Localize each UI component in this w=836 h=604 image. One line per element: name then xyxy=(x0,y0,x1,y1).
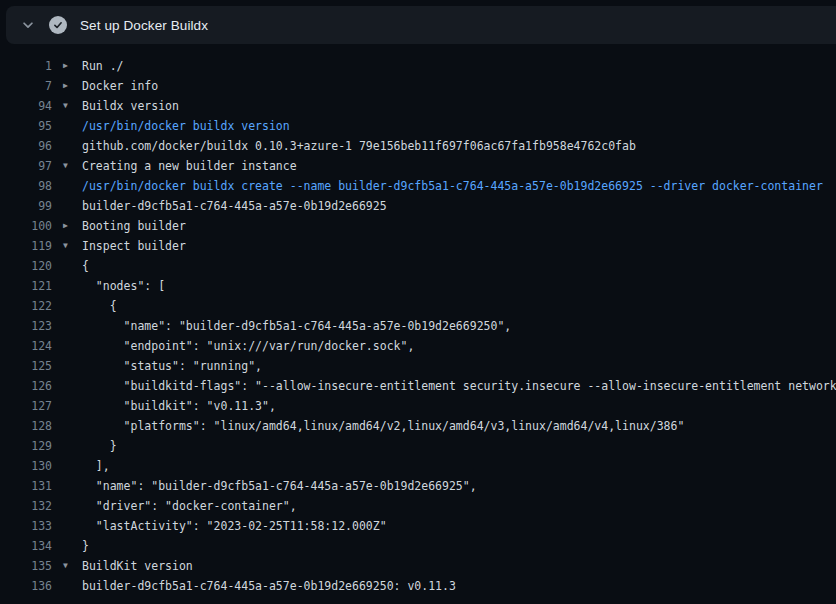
log-output-text: "driver": "docker-container", xyxy=(82,496,297,516)
check-circle-icon xyxy=(49,16,67,34)
line-number[interactable]: 123 xyxy=(0,316,52,336)
log-output-text: { xyxy=(82,256,89,276)
log-group-97[interactable]: 97▼Creating a new builder instance xyxy=(0,156,836,176)
log-output-text: ], xyxy=(82,456,110,476)
line-number[interactable]: 133 xyxy=(0,516,52,536)
line-number[interactable]: 1 xyxy=(0,56,52,76)
triangle-right-icon: ▶ xyxy=(63,56,77,76)
log-line-99: 99builder-d9cfb5a1-c764-445a-a57e-0b19d2… xyxy=(0,196,836,216)
log-line-120: 120{ xyxy=(0,256,836,276)
log-group-1[interactable]: 1▶Run ./ xyxy=(0,56,836,76)
log-line-98: 98/usr/bin/docker buildx create --name b… xyxy=(0,176,836,196)
line-number[interactable]: 128 xyxy=(0,416,52,436)
log-line-124: 124 "endpoint": "unix:///var/run/docker.… xyxy=(0,336,836,356)
triangle-down-icon: ▼ xyxy=(63,236,77,256)
log-output-text: "lastActivity": "2023-02-25T11:58:12.000… xyxy=(82,516,387,536)
log-output-text: "platforms": "linux/amd64,linux/amd64/v2… xyxy=(82,416,684,436)
log-output-text: "nodes": [ xyxy=(82,276,165,296)
log-group-135[interactable]: 135▼BuildKit version xyxy=(0,556,836,576)
line-number[interactable]: 97 xyxy=(0,156,52,176)
line-number[interactable]: 125 xyxy=(0,356,52,376)
log-output-text: builder-d9cfb5a1-c764-445a-a57e-0b19d2e6… xyxy=(82,196,387,216)
log-group-title: Inspect builder xyxy=(82,236,186,256)
log-command-text: /usr/bin/docker buildx version xyxy=(82,116,290,136)
line-number[interactable]: 98 xyxy=(0,176,52,196)
line-number[interactable]: 127 xyxy=(0,396,52,416)
line-number[interactable]: 7 xyxy=(0,76,52,96)
line-number[interactable]: 119 xyxy=(0,236,52,256)
line-number[interactable]: 94 xyxy=(0,96,52,116)
line-number[interactable]: 134 xyxy=(0,536,52,556)
log-line-125: 125 "status": "running", xyxy=(0,356,836,376)
log-group-title: Creating a new builder instance xyxy=(82,156,297,176)
triangle-down-icon: ▼ xyxy=(63,96,77,116)
log-output-text: } xyxy=(82,436,117,456)
triangle-right-icon: ▶ xyxy=(63,216,77,236)
log-line-131: 131 "name": "builder-d9cfb5a1-c764-445a-… xyxy=(0,476,836,496)
log-line-128: 128 "platforms": "linux/amd64,linux/amd6… xyxy=(0,416,836,436)
log-group-title: Buildx version xyxy=(82,96,179,116)
log-group-title: Docker info xyxy=(82,76,158,96)
line-number[interactable]: 131 xyxy=(0,476,52,496)
log-output-text: "endpoint": "unix:///var/run/docker.sock… xyxy=(82,336,414,356)
log-output-text: "status": "running", xyxy=(82,356,262,376)
log-line-126: 126 "buildkitd-flags": "--allow-insecure… xyxy=(0,376,836,396)
log-line-132: 132 "driver": "docker-container", xyxy=(0,496,836,516)
log-line-134: 134} xyxy=(0,536,836,556)
log-line-136: 136builder-d9cfb5a1-c764-445a-a57e-0b19d… xyxy=(0,576,836,596)
log-line-96: 96github.com/docker/buildx 0.10.3+azure-… xyxy=(0,136,836,156)
log-line-130: 130 ], xyxy=(0,456,836,476)
log-output-text: "buildkit": "v0.11.3", xyxy=(82,396,276,416)
log-line-121: 121 "nodes": [ xyxy=(0,276,836,296)
log-output-text: "buildkitd-flags": "--allow-insecure-ent… xyxy=(82,376,836,396)
log-output-text: "name": "builder-d9cfb5a1-c764-445a-a57e… xyxy=(82,476,477,496)
line-number[interactable]: 100 xyxy=(0,216,52,236)
log-group-119[interactable]: 119▼Inspect builder xyxy=(0,236,836,256)
line-number[interactable]: 99 xyxy=(0,196,52,216)
step-header[interactable]: Set up Docker Buildx xyxy=(6,6,836,44)
chevron-down-icon[interactable] xyxy=(20,17,36,33)
line-number[interactable]: 126 xyxy=(0,376,52,396)
log-group-title: Run ./ xyxy=(82,56,124,76)
log-command-text: /usr/bin/docker buildx create --name bui… xyxy=(82,176,823,196)
line-number[interactable]: 135 xyxy=(0,556,52,576)
log-group-100[interactable]: 100▶Booting builder xyxy=(0,216,836,236)
line-number[interactable]: 132 xyxy=(0,496,52,516)
log-output-text: builder-d9cfb5a1-c764-445a-a57e-0b19d2e6… xyxy=(82,576,456,596)
log-lines: 1▶Run ./7▶Docker info94▼Buildx version95… xyxy=(0,44,836,596)
log-group-94[interactable]: 94▼Buildx version xyxy=(0,96,836,116)
line-number[interactable]: 96 xyxy=(0,136,52,156)
line-number[interactable]: 130 xyxy=(0,456,52,476)
triangle-right-icon: ▶ xyxy=(63,76,77,96)
log-output-text: "name": "builder-d9cfb5a1-c764-445a-a57e… xyxy=(82,316,511,336)
line-number[interactable]: 129 xyxy=(0,436,52,456)
log-line-133: 133 "lastActivity": "2023-02-25T11:58:12… xyxy=(0,516,836,536)
line-number[interactable]: 136 xyxy=(0,576,52,596)
log-line-123: 123 "name": "builder-d9cfb5a1-c764-445a-… xyxy=(0,316,836,336)
log-output-text: } xyxy=(82,536,89,556)
line-number[interactable]: 95 xyxy=(0,116,52,136)
step-title: Set up Docker Buildx xyxy=(80,18,208,33)
line-number[interactable]: 121 xyxy=(0,276,52,296)
log-group-7[interactable]: 7▶Docker info xyxy=(0,76,836,96)
log-line-127: 127 "buildkit": "v0.11.3", xyxy=(0,396,836,416)
log-output-text: { xyxy=(82,296,117,316)
log-group-title: BuildKit version xyxy=(82,556,193,576)
triangle-down-icon: ▼ xyxy=(63,156,77,176)
line-number[interactable]: 122 xyxy=(0,296,52,316)
log-line-122: 122 { xyxy=(0,296,836,316)
line-number[interactable]: 120 xyxy=(0,256,52,276)
line-number[interactable]: 124 xyxy=(0,336,52,356)
log-group-title: Booting builder xyxy=(82,216,186,236)
log-line-129: 129 } xyxy=(0,436,836,456)
log-output-text: github.com/docker/buildx 0.10.3+azure-1 … xyxy=(82,136,636,156)
log-line-95: 95/usr/bin/docker buildx version xyxy=(0,116,836,136)
triangle-down-icon: ▼ xyxy=(63,556,77,576)
